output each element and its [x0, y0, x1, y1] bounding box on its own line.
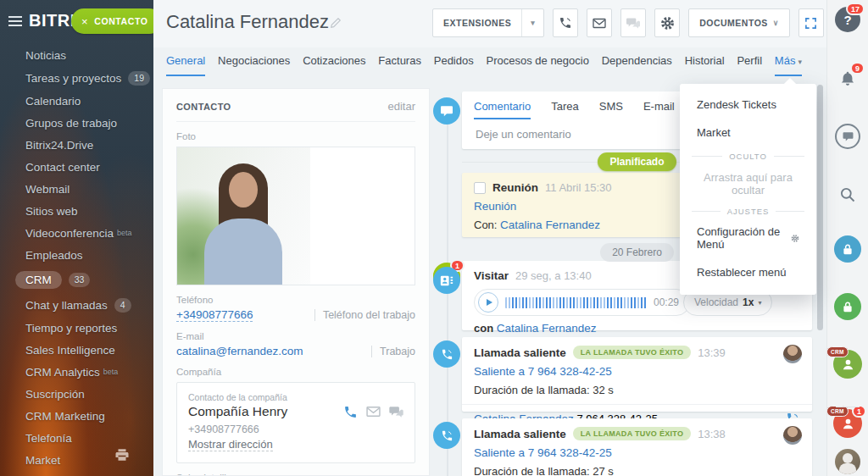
- timeline-scrollbar[interactable]: [817, 85, 823, 330]
- menu-item-reset-menu[interactable]: Restablecer menú: [680, 258, 816, 286]
- crm-channel-red-button[interactable]: CRM 1: [833, 409, 862, 438]
- call-status-badge: LA LLAMADA TUVO ÉXITO: [573, 427, 691, 440]
- meeting-link[interactable]: Reunión: [474, 200, 516, 213]
- audio-waveform[interactable]: [505, 297, 647, 308]
- composer-tab-email[interactable]: E-mail: [643, 100, 675, 119]
- sidebar-item-sitios-web[interactable]: Sitios web: [25, 205, 153, 218]
- header-actions: EXTENSIONES ▾ DOCUMENTOS ∨: [432, 8, 824, 37]
- locked-chat-green-button[interactable]: [834, 293, 861, 320]
- sidebar-item-contact-center[interactable]: Contact center: [25, 161, 153, 174]
- avatar: [783, 426, 802, 445]
- chevron-down-icon[interactable]: ▾: [521, 9, 543, 36]
- menu-item-configure-menu[interactable]: Configuración de Menú: [680, 218, 816, 258]
- avatar[interactable]: [835, 449, 860, 474]
- sidebar-item-webmail[interactable]: Webmail: [25, 183, 153, 196]
- extensions-label: EXTENSIONES: [433, 9, 521, 36]
- sidebar-item-tareas[interactable]: Tareas y proyectos19: [25, 71, 153, 86]
- sidebar-item-crm-marketing[interactable]: CRM Marketing: [25, 410, 153, 423]
- call-direction-link[interactable]: Saliente a 7 964 328-42-25: [474, 446, 612, 459]
- company-name[interactable]: Compañía Henry: [188, 404, 287, 419]
- sidebar-item-crm-analytics[interactable]: CRM Analyticsbeta: [25, 366, 153, 379]
- visit-contact-link[interactable]: Catalina Fernandez: [497, 322, 597, 335]
- call-button[interactable]: [553, 8, 578, 37]
- edit-link[interactable]: editar: [387, 100, 415, 113]
- notifications-button[interactable]: 9: [835, 66, 860, 91]
- meeting-checkbox[interactable]: [474, 182, 486, 194]
- tab-procesos[interactable]: Procesos de negocio: [487, 54, 589, 76]
- tab-facturas[interactable]: Facturas: [378, 54, 421, 76]
- help-button[interactable]: ?17: [835, 7, 860, 32]
- tab-mas[interactable]: Más▾: [775, 54, 802, 76]
- rail-divider: [836, 407, 860, 407]
- composer-tab-sms[interactable]: SMS: [599, 100, 623, 119]
- search-icon: [839, 186, 856, 203]
- email-type-label: Trabajo: [371, 346, 415, 357]
- contact-photo: [177, 147, 310, 285]
- comment-icon: [433, 97, 460, 125]
- call-title: Llamada saliente: [474, 428, 566, 440]
- call-direction-link[interactable]: Saliente a 7 964 328-42-25: [474, 365, 612, 378]
- sidebar-item-calendario[interactable]: Calendario: [25, 95, 153, 108]
- close-icon[interactable]: ×: [81, 15, 88, 28]
- tab-pedidos[interactable]: Pedidos: [434, 54, 474, 76]
- contact-email-link[interactable]: catalina@fernandez.com: [176, 345, 303, 357]
- chat-icon[interactable]: [389, 406, 403, 418]
- settings-button[interactable]: [654, 8, 680, 37]
- entity-header: Catalina Fernandez EXTENSIONES ▾: [153, 0, 826, 47]
- show-address-link[interactable]: Mostrar dirección: [188, 438, 273, 451]
- sidebar-item-sales-intelligence[interactable]: Sales Intelligence: [25, 344, 153, 357]
- search-button[interactable]: [836, 183, 860, 207]
- sidebar-item-videoconferencia[interactable]: Videoconferenciabeta: [25, 227, 153, 240]
- chat-button[interactable]: [620, 8, 646, 37]
- sidebar-item-tiempo-reportes[interactable]: Tiempo y reportes: [25, 322, 153, 335]
- drag-to-hide-hint: Arrastra aquí para ocultar: [680, 163, 816, 202]
- extensions-button[interactable]: EXTENSIONES ▾: [432, 8, 544, 37]
- tab-historial[interactable]: Historial: [685, 54, 725, 76]
- documents-button[interactable]: DOCUMENTOS ∨: [688, 8, 790, 37]
- sidebar-item-grupos[interactable]: Grupos de trabajo: [25, 117, 153, 130]
- sidebar-item-suscripcion[interactable]: Suscripción: [25, 388, 153, 401]
- sidebar-item-chat-llamadas[interactable]: Chat y llamadas4: [25, 298, 153, 313]
- contact-entity-button[interactable]: × CONTACTO: [71, 8, 153, 34]
- composer-tab-tarea[interactable]: Tarea: [551, 100, 579, 119]
- tab-cotizaciones[interactable]: Cotizaciones: [303, 54, 365, 76]
- sidebar-item-crm[interactable]: CRM33: [25, 271, 153, 289]
- sidebar-item-market[interactable]: Market: [25, 454, 153, 467]
- meeting-contact-link[interactable]: Catalina Fernandez: [500, 219, 600, 231]
- audio-duration: 00:29: [654, 296, 679, 308]
- call-entry: Llamada saliente LA LLAMADA TUVO ÉXITO 1…: [462, 418, 812, 476]
- tab-negociaciones[interactable]: Negociaciones: [218, 54, 290, 76]
- pencil-icon[interactable]: [330, 17, 342, 32]
- sidebar-item-empleados[interactable]: Empleados: [25, 249, 153, 262]
- hamburger-menu-icon[interactable]: [8, 16, 22, 29]
- tab-perfil[interactable]: Perfil: [737, 54, 762, 76]
- lock-icon: [842, 243, 854, 256]
- play-button[interactable]: [478, 292, 498, 313]
- call-time: 13:39: [698, 346, 726, 359]
- mail-icon[interactable]: [366, 406, 381, 418]
- tab-general[interactable]: General: [166, 54, 205, 76]
- composer-tab-comentario[interactable]: Comentario: [474, 100, 531, 119]
- hidden-section-label: OCULTO: [729, 152, 767, 161]
- email-button[interactable]: [587, 8, 612, 37]
- locked-chat-blue-button[interactable]: [834, 235, 861, 263]
- crm-channel-green-button[interactable]: CRM: [833, 350, 862, 379]
- sidebar-item-telefonia[interactable]: Telefonía: [25, 432, 153, 445]
- meeting-with-label: Con:: [474, 219, 497, 231]
- menu-item-zendesk-tickets[interactable]: Zendesk Tickets: [680, 91, 816, 119]
- fullscreen-button[interactable]: [798, 8, 824, 37]
- contact-entity-label: CONTACTO: [94, 16, 147, 26]
- person-icon: [841, 357, 855, 372]
- support-chat-button[interactable]: [835, 124, 860, 149]
- phone-icon[interactable]: [343, 405, 358, 419]
- sidebar-item-drive[interactable]: Bitrix24.Drive: [25, 139, 153, 152]
- tab-dependencias[interactable]: Dependencias: [602, 54, 672, 76]
- chat-icon: [843, 131, 854, 141]
- app-sidebar: BITRIX24 × CONTACTO Noticias Tareas y pr…: [0, 0, 153, 476]
- contact-phone-link[interactable]: +34908777666: [176, 308, 253, 322]
- sidebar-item-noticias[interactable]: Noticias: [25, 49, 153, 62]
- person-icon: [841, 417, 855, 431]
- visit-with-label: con: [474, 322, 493, 335]
- printer-icon[interactable]: [114, 447, 130, 466]
- menu-item-market[interactable]: Market: [680, 119, 816, 147]
